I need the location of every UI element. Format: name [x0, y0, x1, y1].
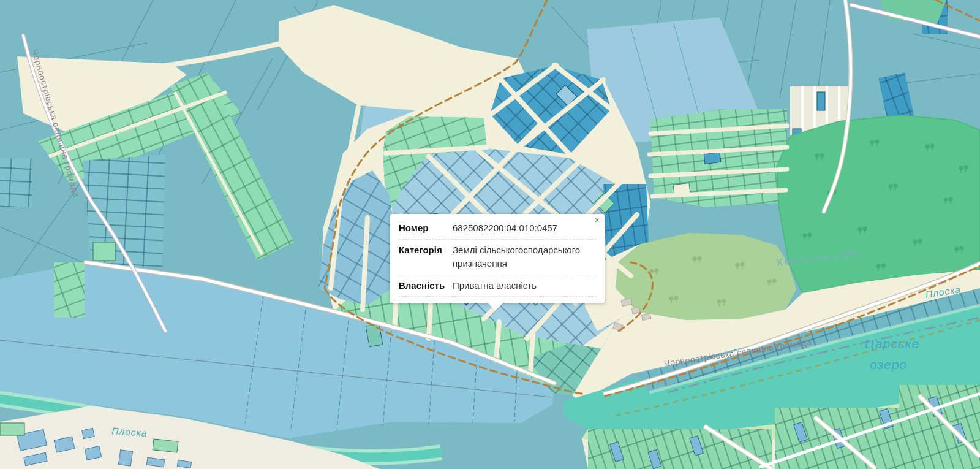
popup-row-category: Категорія Землі сільськогосподарського п…	[399, 240, 596, 275]
popup-row-number: Номер 6825082200:04:010:0457	[399, 218, 596, 240]
label-lake-tsarske-line2: озеро	[870, 357, 907, 372]
label-lake-tsarske-line1: Царське	[865, 337, 919, 351]
popup-field-value: Приватна власність	[453, 279, 596, 293]
parcel-info-popup: × Номер 6825082200:04:010:0457 Категорія…	[390, 214, 605, 303]
cadastral-map-viewer: Чорноострівська селищна громада Чорноост…	[0, 0, 980, 469]
popup-pointer-arrow	[487, 302, 504, 310]
popup-field-label: Номер	[399, 221, 450, 235]
popup-close-button[interactable]: ×	[594, 215, 601, 226]
popup-field-value: 6825082200:04:010:0457	[453, 221, 596, 235]
orchard-area[interactable]	[616, 233, 796, 320]
edge-parcels-left[interactable]	[0, 158, 32, 207]
forest-area[interactable]	[777, 115, 980, 293]
popup-field-label: Власність	[399, 279, 450, 293]
popup-row-ownership: Власність Приватна власність	[399, 275, 596, 297]
popup-field-label: Категорія	[399, 243, 450, 271]
popup-field-value: Землі сільськогосподарського призначення	[453, 243, 596, 271]
